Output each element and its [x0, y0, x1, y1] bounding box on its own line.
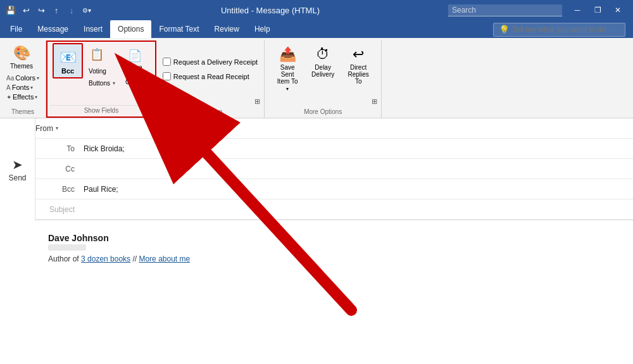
author-separator: // — [132, 254, 139, 263]
themes-button[interactable]: 🎨 Themes — [5, 42, 38, 73]
window-title: Untitled - Message (HTML) — [221, 6, 320, 15]
effects-label: Effects — [13, 93, 34, 101]
from-dropdown[interactable]: From ▾ — [35, 124, 75, 133]
author-link2[interactable]: More about me — [139, 254, 190, 263]
color-dropdown-icon: ▾ — [143, 79, 146, 85]
bcc-label: Bcc — [35, 185, 80, 194]
ribbon-group-themes: 🎨 Themes Aa Colors ▾ A Fonts ▾ ✦ Effects… — [0, 41, 46, 118]
fonts-label: Fonts — [12, 84, 30, 91]
show-fields-group-label: Show Fields — [50, 105, 153, 115]
title-search-input[interactable] — [448, 4, 562, 16]
restore-button[interactable]: ❐ — [587, 4, 608, 16]
save-sent-dropdown-icon: ▾ — [286, 86, 289, 92]
to-value[interactable]: Rick Broida; — [80, 142, 633, 156]
more-options-expand-icon[interactable]: ⊞ — [372, 97, 377, 106]
read-receipt-checkbox[interactable]: Request a Read Receipt — [161, 71, 251, 82]
undo-qat-icon[interactable]: ↩ — [20, 4, 32, 16]
to-row: To Rick Broida; — [35, 139, 633, 159]
email-fields: From ▾ To Rick Broida; Cc — [35, 118, 633, 220]
color-button[interactable]: Color ▾ — [122, 77, 149, 87]
author-text: Author of — [48, 254, 81, 263]
ribbon-group-show-fields: 📧 Bcc 📋 Voting Buttons ▾ — [46, 41, 156, 118]
tab-message[interactable]: Message — [30, 20, 76, 38]
email-header: ➤ Send From ▾ To Ri — [0, 118, 633, 220]
read-receipt-label: Request a Read Receipt — [173, 73, 249, 80]
voting-dropdown-icon: ▾ — [113, 80, 115, 86]
page-icon: 📄 — [128, 49, 142, 63]
direct-replies-button[interactable]: ↩ DirectReplies To — [342, 43, 375, 88]
effects-button[interactable]: ✦ Effects ▾ — [5, 92, 39, 101]
use-icon: 📋 — [90, 47, 104, 61]
themes-icon: 🎨 — [13, 45, 30, 61]
page-button[interactable]: 📄 Page — [122, 46, 147, 74]
use-button[interactable]: 📋 — [85, 44, 108, 65]
from-row: From ▾ — [35, 118, 633, 139]
tracking-expand-icon[interactable]: ⊞ — [254, 97, 260, 106]
subject-row: Subject — [35, 199, 633, 220]
tab-help[interactable]: Help — [247, 20, 278, 38]
customize-qat-icon[interactable]: ⚙▾ — [81, 4, 92, 16]
send-icon: ➤ — [12, 157, 23, 172]
delivery-receipt-label: Request a Delivery Receipt — [173, 58, 258, 66]
colors-dropdown-icon: ▾ — [37, 75, 39, 81]
bcc-button[interactable]: 📧 Bcc — [53, 43, 83, 78]
tracking-group-label: Tracking — [159, 107, 261, 116]
save-qat-icon[interactable]: 💾 — [5, 4, 16, 16]
subject-value[interactable] — [80, 207, 633, 212]
ribbon-group-tracking: Request a Delivery Receipt Request a Rea… — [156, 41, 265, 118]
ribbon-group-more-options: 📤 Save SentItem To ▾ ⏱ DelayDelivery ↩ D… — [265, 41, 382, 118]
save-sent-label: Save SentItem To — [273, 64, 302, 85]
author-line: Author of 3 dozen books // More about me — [48, 254, 620, 263]
title-bar: 💾 ↩ ↪ ↑ ↓ ⚙▾ Untitled - Message (HTML) ─… — [0, 0, 633, 20]
fonts-dropdown-icon: ▾ — [30, 85, 33, 91]
minimize-button[interactable]: ─ — [567, 4, 587, 16]
quick-access-toolbar: 💾 ↩ ↪ ↑ ↓ ⚙▾ — [5, 4, 92, 16]
delay-delivery-button[interactable]: ⏱ DelayDelivery — [306, 43, 339, 81]
voting-label: Voting — [89, 68, 106, 75]
delivery-receipt-input[interactable] — [163, 58, 171, 66]
page-label: Page — [127, 64, 142, 71]
tell-me-box[interactable]: 💡 — [493, 23, 625, 37]
ribbon-content: 🎨 Themes Aa Colors ▾ A Fonts ▾ ✦ Effects… — [0, 38, 633, 118]
cc-row: Cc — [35, 159, 633, 179]
author-link1[interactable]: 3 dozen books — [81, 254, 130, 263]
ribbon-tabs: File Message Insert Options Format Text … — [0, 20, 633, 38]
voting-buttons-label: Buttons — [89, 80, 110, 87]
sender-subtitle — [48, 244, 86, 251]
delay-label: DelayDelivery — [311, 64, 334, 78]
tab-format-text[interactable]: Format Text — [151, 20, 206, 38]
cc-label: Cc — [35, 165, 80, 173]
voting-buttons-dropdown[interactable]: Buttons ▾ — [85, 78, 118, 89]
up-qat-icon[interactable]: ↑ — [51, 4, 62, 16]
effects-dropdown-icon: ▾ — [35, 94, 37, 100]
direct-replies-label: DirectReplies To — [344, 64, 373, 85]
delay-icon: ⏱ — [316, 46, 330, 63]
voting-buttons-button[interactable]: Voting — [85, 66, 118, 77]
delivery-receipt-checkbox[interactable]: Request a Delivery Receipt — [161, 56, 259, 67]
from-value[interactable] — [80, 126, 633, 131]
more-options-group-label: More Options — [267, 107, 379, 116]
cc-value[interactable] — [80, 166, 633, 172]
redo-qat-icon[interactable]: ↪ — [35, 4, 47, 16]
sender-name: Dave Johnson — [48, 233, 620, 243]
to-label: To — [35, 144, 80, 153]
read-receipt-input[interactable] — [163, 72, 171, 80]
bcc-value[interactable]: Paul Rice; — [80, 182, 633, 196]
down-qat-icon[interactable]: ↓ — [66, 4, 77, 16]
send-button[interactable]: ➤ Send — [0, 118, 35, 220]
fonts-button[interactable]: A Fonts ▾ — [5, 83, 34, 92]
tab-review[interactable]: Review — [207, 20, 247, 38]
bcc-row: Bcc Paul Rice; — [35, 179, 633, 199]
tab-options[interactable]: Options — [110, 20, 151, 38]
colors-button[interactable]: Aa Colors ▾ — [5, 73, 41, 82]
save-sent-item-button[interactable]: 📤 Save SentItem To ▾ — [271, 43, 304, 95]
tab-file[interactable]: File — [3, 20, 30, 38]
from-dropdown-icon: ▾ — [56, 125, 58, 131]
send-label: Send — [8, 173, 26, 182]
themes-label: Themes — [10, 63, 33, 70]
colors-label: Colors — [15, 74, 35, 82]
tab-insert[interactable]: Insert — [76, 20, 110, 38]
tell-me-input[interactable] — [512, 25, 620, 34]
close-button[interactable]: ✕ — [608, 4, 628, 16]
window-controls: ─ ❐ ✕ — [567, 4, 628, 16]
